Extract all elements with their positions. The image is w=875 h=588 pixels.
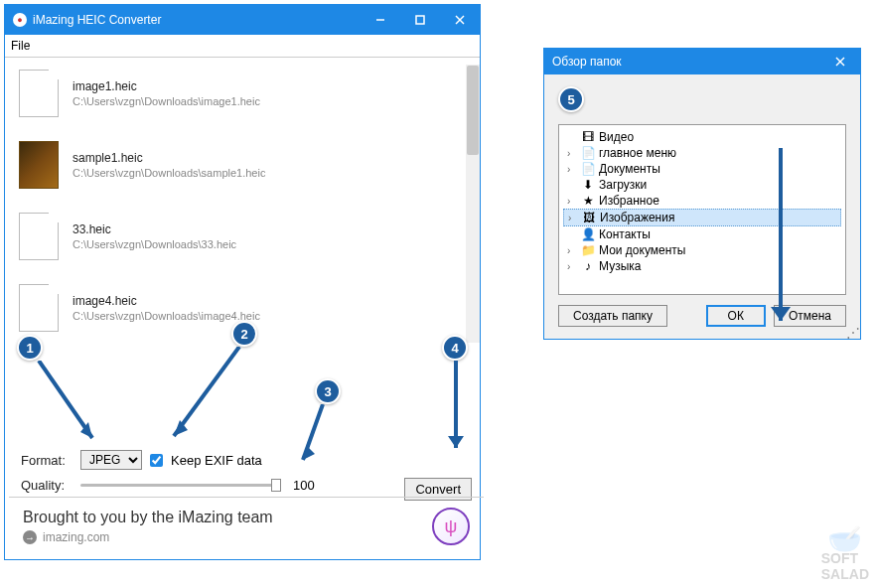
svg-rect-1 xyxy=(416,16,424,24)
tree-item[interactable]: ›📄главное меню xyxy=(563,145,841,161)
file-path: C:\Users\vzgn\Downloads\image4.heic xyxy=(73,310,260,322)
tree-item-label: Мои документы xyxy=(599,243,685,257)
imazing-link[interactable]: → imazing.com xyxy=(23,530,432,544)
link-arrow-icon: → xyxy=(23,530,37,544)
window-title: iMazing HEIC Converter xyxy=(33,13,361,27)
file-name: image4.heic xyxy=(73,294,260,308)
file-name: image1.heic xyxy=(73,79,260,93)
tree-item-label: Избранное xyxy=(599,194,659,208)
folder-type-icon: 👤 xyxy=(581,227,595,241)
callout-3: 3 xyxy=(315,378,341,404)
keep-exif-checkbox[interactable] xyxy=(150,454,163,467)
maximize-button[interactable] xyxy=(400,5,440,35)
imazing-logo-icon: ψ xyxy=(432,508,470,545)
tree-item[interactable]: ›📄Документы xyxy=(563,161,841,177)
cancel-button[interactable]: Отмена xyxy=(774,305,846,327)
file-thumbnail xyxy=(19,70,59,117)
footer-brought: Brought to you by the iMazing team xyxy=(23,509,432,526)
callout-1: 1 xyxy=(17,335,43,361)
quality-value: 100 xyxy=(293,478,315,493)
folder-type-icon: 📁 xyxy=(581,243,595,257)
folder-browse-dialog: Обзор папок 5 🎞Видео›📄главное меню›📄Доку… xyxy=(543,48,861,340)
callout-2: 2 xyxy=(231,321,257,347)
footer: Brought to you by the iMazing team → ima… xyxy=(9,497,484,555)
chevron-icon: › xyxy=(568,213,578,223)
tree-item-label: Загрузки xyxy=(599,178,647,192)
tree-item[interactable]: 🎞Видео xyxy=(563,129,841,145)
quality-slider[interactable] xyxy=(80,484,279,487)
quality-label: Quality: xyxy=(21,478,73,493)
file-thumbnail xyxy=(19,213,59,260)
tree-item-label: Документы xyxy=(599,162,660,176)
file-name: sample1.heic xyxy=(73,151,265,165)
file-path: C:\Users\vzgn\Downloads\33.heic xyxy=(73,238,236,250)
close-button[interactable] xyxy=(440,5,480,35)
file-thumbnail xyxy=(19,141,59,189)
tree-item[interactable]: ⬇Загрузки xyxy=(563,177,841,193)
tree-item[interactable]: ›★Избранное xyxy=(563,193,841,209)
folder-type-icon: 🎞 xyxy=(581,130,595,144)
svg-line-4 xyxy=(39,361,92,438)
menu-bar: File xyxy=(5,35,480,58)
resize-grip-icon[interactable]: ⋰ xyxy=(846,325,858,337)
slider-thumb[interactable] xyxy=(271,479,281,492)
file-path: C:\Users\vzgn\Downloads\image1.heic xyxy=(73,95,260,107)
chevron-icon: › xyxy=(567,148,577,159)
file-path: C:\Users\vzgn\Downloads\sample1.heic xyxy=(73,167,265,179)
svg-line-6 xyxy=(174,347,239,436)
tree-item[interactable]: 👤Контакты xyxy=(563,226,841,242)
folder-type-icon: ★ xyxy=(581,194,595,208)
chevron-icon: › xyxy=(567,164,577,175)
file-thumbnail xyxy=(19,284,59,332)
file-item[interactable]: image1.heicC:\Users\vzgn\Downloads\image… xyxy=(5,58,480,129)
chevron-icon: › xyxy=(567,196,577,207)
file-item[interactable]: sample1.heicC:\Users\vzgn\Downloads\samp… xyxy=(5,129,480,201)
folder-type-icon: ♪ xyxy=(581,259,595,273)
imazing-window: ● iMazing HEIC Converter File image1.hei… xyxy=(4,4,481,560)
browse-title: Обзор папок xyxy=(552,55,820,69)
tree-item-label: Видео xyxy=(599,130,634,144)
file-item[interactable]: 33.heicC:\Users\vzgn\Downloads\33.heic xyxy=(5,201,480,272)
callout-5: 5 xyxy=(558,86,584,112)
file-name: 33.heic xyxy=(73,222,236,236)
callout-4: 4 xyxy=(442,335,468,361)
tree-item-label: Контакты xyxy=(599,227,651,241)
folder-type-icon: 📄 xyxy=(581,162,595,176)
svg-marker-5 xyxy=(80,422,92,438)
browse-close-button[interactable] xyxy=(820,47,860,76)
watermark: 🥣 SOFTSALAD xyxy=(821,528,869,582)
create-folder-button[interactable]: Создать папку xyxy=(558,305,667,327)
file-list[interactable]: image1.heicC:\Users\vzgn\Downloads\image… xyxy=(5,58,480,336)
chevron-icon: › xyxy=(567,261,577,272)
ok-button[interactable]: ОК xyxy=(706,305,766,327)
folder-type-icon: ⬇ xyxy=(581,178,595,192)
titlebar[interactable]: ● iMazing HEIC Converter xyxy=(5,5,480,35)
app-icon: ● xyxy=(13,13,27,27)
tree-item[interactable]: ›🖼Изображения xyxy=(563,209,841,226)
tree-item[interactable]: ›📁Мои документы xyxy=(563,242,841,258)
format-label: Format: xyxy=(21,453,73,468)
menu-file[interactable]: File xyxy=(11,39,30,53)
keep-exif-label: Keep EXIF data xyxy=(171,453,262,468)
tree-item-label: Музыка xyxy=(599,259,641,273)
tree-item-label: Изображения xyxy=(600,211,674,224)
tree-item[interactable]: ›♪Музыка xyxy=(563,258,841,274)
chevron-icon: › xyxy=(567,245,577,256)
folder-type-icon: 🖼 xyxy=(582,211,596,224)
minimize-button[interactable] xyxy=(361,5,400,35)
format-select[interactable]: JPEG xyxy=(80,450,142,470)
scrollbar[interactable] xyxy=(466,65,480,343)
folder-type-icon: 📄 xyxy=(581,146,595,160)
folder-tree[interactable]: 🎞Видео›📄главное меню›📄Документы⬇Загрузки… xyxy=(558,124,846,295)
tree-item-label: главное меню xyxy=(599,146,676,160)
svg-marker-7 xyxy=(174,420,188,436)
